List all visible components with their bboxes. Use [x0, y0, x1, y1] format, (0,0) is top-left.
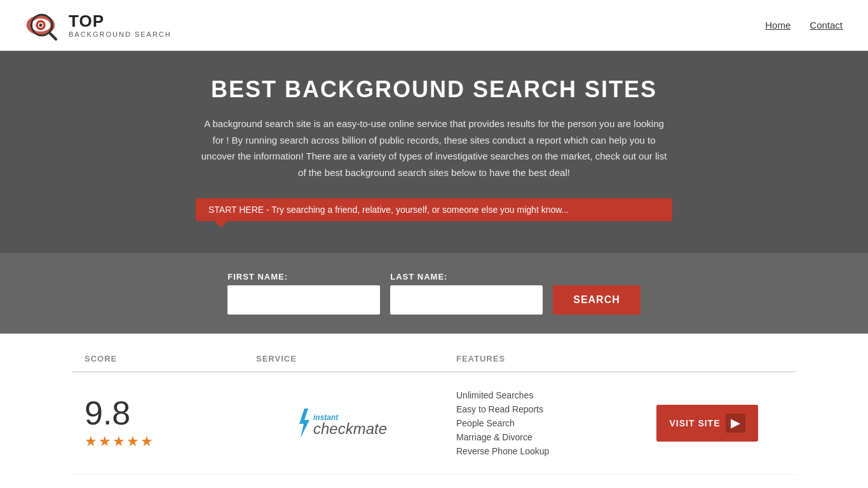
page-title: BEST BACKGROUND SEARCH SITES — [13, 76, 855, 103]
tooltip-banner: START HERE - Try searching a friend, rel… — [196, 198, 672, 221]
feature-1-2: People Search — [456, 418, 656, 428]
features-cell-1: Unlimited Searches Easy to Read Reports … — [456, 390, 656, 456]
svg-point-4 — [39, 24, 42, 27]
feature-1-0: Unlimited Searches — [456, 390, 656, 400]
search-form-wrap: FIRST NAME: LAST NAME: SEARCH — [0, 253, 868, 334]
hero-description: A background search site is an easy-to-u… — [199, 116, 669, 180]
service-logo-1: instant checkmate — [256, 406, 456, 441]
col-service: SERVICE — [256, 354, 456, 363]
last-name-group: LAST NAME: — [390, 272, 543, 315]
first-name-group: FIRST NAME: — [227, 272, 380, 315]
feature-1-4: Reverse Phone Lookup — [456, 446, 656, 456]
tooltip-text: START HERE - Try searching a friend, rel… — [208, 205, 569, 215]
logo-bottom: BACKGROUND SEARCH — [69, 30, 172, 38]
table-row: 9.4 ★★★★★ People Looker Accurate and up-… — [72, 475, 796, 488]
search-form: FIRST NAME: LAST NAME: SEARCH — [161, 272, 707, 315]
logo-top: TOP — [69, 12, 172, 30]
last-name-input[interactable] — [390, 285, 543, 315]
search-button[interactable]: SEARCH — [553, 285, 641, 315]
hero-section: BEST BACKGROUND SEARCH SITES A backgroun… — [0, 51, 868, 253]
stars-1: ★★★★★ — [85, 433, 154, 450]
visit-cell-1: VISIT SITE ▶ — [656, 405, 783, 442]
feature-1-1: Easy to Read Reports — [456, 404, 656, 414]
instant-checkmate-logo: instant checkmate — [293, 406, 420, 441]
col-action — [656, 354, 783, 363]
table-header: SCORE SERVICE FEATURES — [72, 346, 796, 372]
first-name-label: FIRST NAME: — [227, 272, 380, 281]
visit-site-button-1[interactable]: VISIT SITE ▶ — [656, 405, 758, 442]
last-name-label: LAST NAME: — [390, 272, 543, 281]
first-name-input[interactable] — [227, 285, 380, 315]
visit-label-1: VISIT SITE — [669, 418, 720, 428]
feature-1-3: Marriage & Divorce — [456, 432, 656, 442]
nav-contact[interactable]: Contact — [810, 20, 843, 30]
svg-text:checkmate: checkmate — [313, 420, 387, 437]
col-score: SCORE — [85, 354, 256, 363]
svg-marker-7 — [299, 409, 309, 438]
logo-text: TOP BACKGROUND SEARCH — [69, 12, 172, 38]
logo: TOP BACKGROUND SEARCH — [25, 8, 172, 43]
table-row: 9.8 ★★★★★ instant checkmate Unlimited Se… — [72, 372, 796, 475]
score-1: 9.8 — [85, 396, 130, 430]
main-nav: Home Contact — [765, 20, 843, 30]
score-cell-1: 9.8 ★★★★★ — [85, 396, 256, 450]
nav-home[interactable]: Home — [765, 20, 790, 30]
arrow-icon-1: ▶ — [726, 414, 745, 433]
results-table: SCORE SERVICE FEATURES 9.8 ★★★★★ instant… — [59, 334, 809, 488]
svg-line-5 — [50, 33, 56, 39]
col-features: FEATURES — [456, 354, 656, 363]
